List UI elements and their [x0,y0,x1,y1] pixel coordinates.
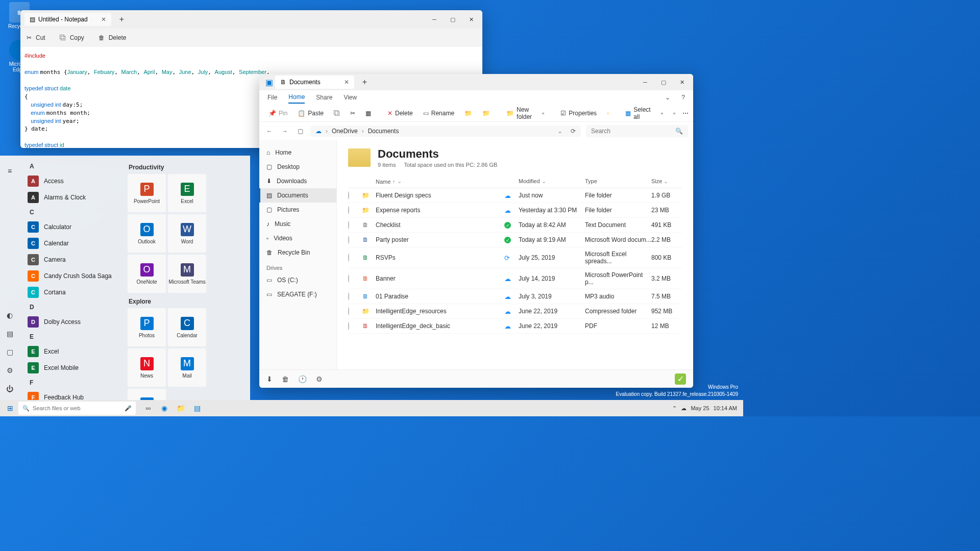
explorer-tab[interactable]: 🗎 Documents ✕ [275,76,354,89]
tile-calendar[interactable]: CCalendar [168,308,206,346]
mic-icon[interactable]: 🎤 [125,405,132,412]
table-row[interactable]: 🗎 01 Paradise ☁ July 3, 2019 MP3 audio 7… [348,289,682,304]
app-item-access[interactable]: AAccess [21,173,119,189]
app-item-calculator[interactable]: CCalculator [21,219,119,235]
table-row[interactable]: 📁 IntelligentEdge_resources ☁ June 22, 2… [348,304,682,319]
tile-microsoft-teams[interactable]: MMicrosoft Teams [168,255,206,293]
more-icon[interactable]: ⋯ [682,110,689,117]
header-name[interactable]: Name ↑ ⌄ [376,178,504,185]
minimize-button[interactable]: ─ [425,12,444,27]
invert-button[interactable]: ▫ [670,108,678,119]
copy-button[interactable]: ⿻Copy [60,34,84,41]
chevron-down-icon[interactable]: ⌄ [557,128,562,135]
breadcrumb-item[interactable]: Documents [368,128,399,135]
new-tab-button[interactable]: + [358,76,371,89]
tile-news[interactable]: NNews [128,348,166,387]
back-button[interactable]: ← [264,126,275,136]
table-row[interactable]: 📁 Expense reports ☁ Yesterday at 3:30 PM… [348,203,682,218]
taskbar-search[interactable]: 🔍 🎤 [18,402,136,415]
settings-icon[interactable]: ⚙ [4,364,16,377]
app-letter-header[interactable]: E [21,330,119,343]
sidebar-item-home[interactable]: ⌂Home [259,145,336,160]
header-type[interactable]: Type [585,178,651,185]
app-item-excel-mobile[interactable]: EExcel Mobile [21,360,119,376]
close-button[interactable]: ✕ [462,12,480,27]
pin-button[interactable]: 📌Pin [265,108,290,119]
select-circle[interactable] [348,236,349,244]
explorer-titlebar[interactable]: ▣ 🗎 Documents ✕ + ─ ▢ ✕ [259,74,693,90]
app-item-candy-crush-soda-saga[interactable]: CCandy Crush Soda Saga [21,268,119,284]
refresh-icon[interactable]: ⟳ [571,128,576,135]
app-item-camera[interactable]: CCamera [21,252,119,268]
user-icon[interactable]: ◐ [4,309,16,321]
settings-icon[interactable]: ⚙ [316,375,323,383]
app-item-excel[interactable]: EExcel [21,343,119,360]
cut-button[interactable]: ✂Cut [27,34,45,41]
sidebar-item-downloads[interactable]: ⬇Downloads [259,174,336,188]
select-circle[interactable] [348,254,349,262]
help-icon[interactable]: ? [681,92,685,103]
copy-button[interactable]: ⿻ [331,108,343,119]
power-icon[interactable]: ⏻ [4,383,16,395]
taskbar-search-input[interactable] [33,405,121,411]
tile-onenote[interactable]: OOneNote [128,255,166,293]
tile-excel[interactable]: EExcel [168,174,206,212]
pictures-icon[interactable]: ▢ [4,346,16,358]
notepad-tab[interactable]: ▤ Untitled - Notepad ✕ [24,13,111,26]
select-circle[interactable] [348,292,349,300]
minimize-button[interactable]: ─ [636,74,654,90]
table-row[interactable]: 🗎 Checklist ✓ Today at 8:42 AM Text Docu… [348,218,682,233]
tile-group-header[interactable]: Productivity [128,161,244,174]
delete-button[interactable]: 🗑Delete [99,34,127,41]
select-all-button[interactable]: ▦Select all [622,104,653,122]
select-circle[interactable] [348,307,349,315]
chevron-up-icon[interactable]: ⌃ [672,405,677,412]
onedrive-icon[interactable]: ☁ [681,405,687,412]
cut-button[interactable]: ✂ [347,108,358,119]
header-modified[interactable]: Modified ⌄ [519,178,585,185]
close-tab-icon[interactable]: ✕ [344,79,349,86]
select-circle[interactable] [348,191,349,199]
menu-share[interactable]: Share [316,92,332,103]
table-row[interactable]: 🗎 IntelligentEdge_deck_basic ☁ June 22, … [348,319,682,334]
header-size[interactable]: Size ⌄ [651,178,682,185]
app-item-dolby-access[interactable]: DDolby Access [21,314,119,330]
select-circle[interactable] [348,221,349,229]
sidebar-item-documents[interactable]: ▤Documents [259,188,336,203]
maximize-button[interactable]: ▢ [654,74,673,90]
documents-icon[interactable]: ▤ [4,328,16,340]
tile-group-header[interactable]: Explore [128,295,244,308]
open-button[interactable]: ▫ [604,108,612,119]
start-button[interactable]: ⊞ [2,401,18,415]
menu-view[interactable]: View [344,92,357,103]
explorer-taskbar-icon[interactable]: 📁 [173,401,189,415]
menu-home[interactable]: Home [288,91,305,104]
taskbar-date[interactable]: May 25 [691,405,709,411]
maximize-button[interactable]: ▢ [444,12,462,27]
sidebar-item-videos[interactable]: ▫Videos [259,231,336,245]
download-icon[interactable]: ⬇ [266,375,273,383]
search-input[interactable] [591,128,671,135]
start-apps-list[interactable]: AAAccessAAlarms & ClockCCCalculatorCCale… [19,156,121,404]
table-row[interactable]: 🗎 Party poster ✓ Today at 9:19 AM Micros… [348,233,682,247]
tile-mail[interactable]: MMail [168,348,206,387]
tile-word[interactable]: WWord [168,214,206,253]
close-button[interactable]: ✕ [673,74,691,90]
edge-taskbar-icon[interactable]: ◉ [156,401,173,415]
select-circle[interactable] [348,206,349,214]
select-none-button[interactable]: ▫ [658,108,666,119]
new-item-button[interactable]: ▫ [539,108,547,119]
history-icon[interactable]: 🕐 [298,375,307,383]
tile-outlook[interactable]: OOutlook [128,214,166,253]
delete-button[interactable]: ✕Delete [384,108,416,119]
copy-to-button[interactable]: 📁 [479,108,493,119]
new-tab-button[interactable]: + [115,13,128,26]
trash-icon[interactable]: 🗑 [282,375,289,383]
app-letter-header[interactable]: F [21,376,119,389]
sidebar-drive[interactable]: ▭SEAGATE (F:) [259,287,336,302]
properties-button[interactable]: ☑Properties [557,108,600,119]
up-button[interactable]: ▢ [295,126,305,136]
close-tab-icon[interactable]: ✕ [101,16,106,23]
search-icon[interactable]: 🔍 [675,128,683,135]
rename-button[interactable]: ▭Rename [420,108,457,119]
